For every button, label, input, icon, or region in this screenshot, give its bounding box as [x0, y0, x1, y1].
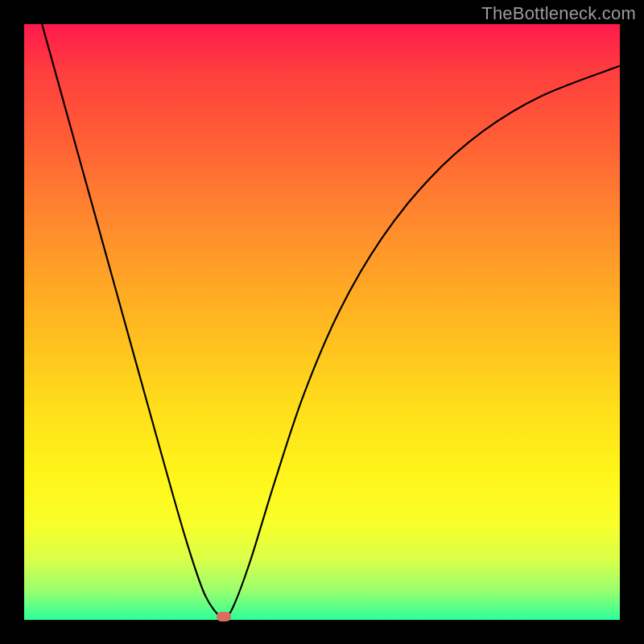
bottleneck-curve [24, 24, 620, 620]
watermark-text: TheBottleneck.com [481, 3, 636, 24]
plot-area [24, 24, 620, 620]
minimum-marker [217, 612, 231, 621]
curve-path [42, 24, 620, 617]
chart-frame: TheBottleneck.com [0, 0, 644, 644]
